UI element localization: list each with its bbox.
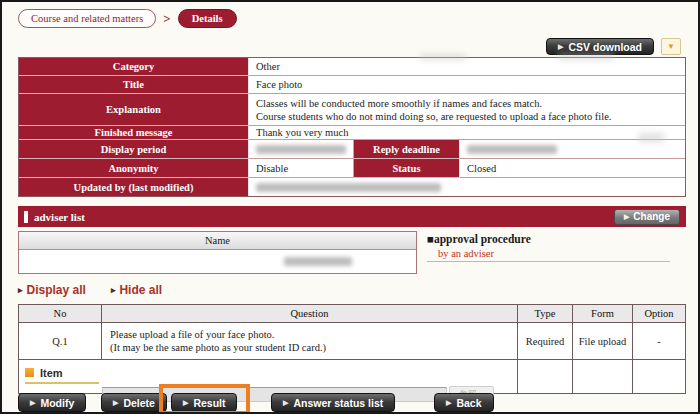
item-bullet-icon: [25, 368, 34, 377]
breadcrumb: Course and related matters > Details: [18, 9, 237, 28]
row-value-updated-by: [249, 178, 685, 196]
arrow-right-icon: ▶: [183, 399, 188, 407]
row-label-display-period: Display period: [19, 140, 249, 159]
change-button[interactable]: ▶ Change: [614, 209, 680, 225]
name-column-header: Name: [19, 232, 416, 250]
row-value-finished-message: Thank you very much: [249, 126, 685, 140]
csv-toolbar: ▶ CSV download ▼: [546, 38, 681, 55]
item-label: Item: [40, 367, 63, 379]
arrow-right-icon: ▶: [558, 43, 563, 51]
square-bullet-icon: ■: [427, 233, 434, 245]
adviser-name-row: [19, 250, 416, 273]
item-empty-type-cell: [518, 360, 573, 393]
section-tick-icon: [24, 211, 28, 223]
question-line-1: Please upload a file of your face photo.: [110, 328, 274, 341]
explanation-line-2: Course students who do not mind doing so…: [256, 110, 611, 123]
row-value-anonymity: Disable: [249, 159, 353, 178]
item-label-row: Item: [25, 367, 99, 384]
adviser-list-title: adviser list: [34, 211, 85, 223]
explanation-line-1: Classes will be conducted more smoothly …: [256, 97, 542, 110]
col-header-no: No: [19, 305, 102, 323]
chevron-down-icon: ▼: [667, 42, 675, 51]
question-line-2: (It may be the same photo as your studen…: [110, 341, 326, 354]
arrow-right-icon: ▶: [446, 399, 451, 407]
redaction-artifact: [420, 54, 466, 60]
delete-button[interactable]: ▶ Delete: [101, 393, 167, 412]
change-button-label: Change: [633, 211, 670, 222]
redacted-value: [256, 183, 441, 192]
row-value-reply-deadline: [460, 140, 685, 159]
display-all-link[interactable]: ▸ Display all: [18, 283, 86, 297]
hide-all-label: Hide all: [119, 283, 162, 297]
arrow-right-icon: ▶: [624, 213, 629, 221]
col-header-question: Question: [102, 305, 518, 323]
arrow-small-icon: ▸: [18, 285, 23, 295]
back-button-label: Back: [456, 397, 481, 409]
question-row-no: Q.1: [19, 323, 102, 360]
row-label-updated-by: Updated by (last modified): [19, 178, 249, 196]
question-table: No Question Type Form Option Q.1 Please …: [18, 304, 686, 394]
result-button-label: Result: [193, 397, 225, 409]
row-label-anonymity: Anonymity: [19, 159, 249, 178]
redacted-value: [256, 145, 346, 154]
redacted-value: [284, 257, 352, 266]
breadcrumb-parent[interactable]: Course and related matters: [18, 9, 156, 28]
hide-all-link[interactable]: ▸ Hide all: [111, 283, 162, 297]
arrow-small-icon: ▸: [111, 285, 116, 295]
details-table: Category Other Title Face photo Explanat…: [18, 57, 686, 197]
breadcrumb-separator-icon: >: [163, 11, 170, 27]
delete-button-label: Delete: [123, 397, 155, 409]
csv-download-label: CSV download: [569, 41, 643, 53]
arrow-right-icon: ▶: [30, 399, 35, 407]
row-value-category: Other: [249, 58, 685, 76]
row-value-display-period: [249, 140, 353, 159]
arrow-right-icon: ▶: [113, 399, 118, 407]
item-empty-option-cell: [633, 360, 685, 393]
page: Course and related matters > Details ▶ C…: [0, 0, 700, 414]
modify-button-label: Modify: [40, 397, 74, 409]
redaction-artifact: [558, 54, 614, 60]
adviser-name-table: Name: [18, 231, 417, 274]
approval-divider: [427, 261, 670, 262]
expand-links: ▸ Display all ▸ Hide all: [18, 283, 162, 297]
redaction-artifact: [638, 133, 664, 142]
row-label-category: Category: [19, 58, 249, 76]
row-label-finished-message: Finished message: [19, 126, 249, 140]
col-header-option: Option: [633, 305, 685, 323]
row-label-explanation: Explanation: [19, 94, 249, 126]
arrow-right-icon: ▶: [283, 399, 288, 407]
redacted-value: [467, 145, 557, 154]
adviser-list-header: adviser list ▶ Change: [18, 206, 686, 227]
approval-by-adviser: by an adviser: [438, 248, 531, 259]
result-button[interactable]: ▶ Result: [171, 393, 237, 412]
csv-download-button[interactable]: ▶ CSV download: [546, 38, 654, 55]
breadcrumb-current[interactable]: Details: [178, 9, 237, 28]
modify-button[interactable]: ▶ Modify: [18, 393, 86, 412]
row-label-title: Title: [19, 76, 249, 94]
approval-procedure: ■approval procedure by an adviser: [427, 233, 531, 259]
question-row-type: Required: [518, 323, 573, 360]
question-row-text: Please upload a file of your face photo.…: [102, 323, 518, 360]
item-empty-form-cell: [573, 360, 633, 393]
display-all-label: Display all: [27, 283, 86, 297]
approval-procedure-title: ■approval procedure: [427, 233, 531, 245]
question-row-option: -: [633, 323, 685, 360]
row-value-status: Closed: [460, 159, 685, 178]
answer-status-list-button-label: Answer status list: [293, 397, 383, 409]
question-row-form: File upload: [573, 323, 633, 360]
answer-status-list-button[interactable]: ▶ Answer status list: [271, 393, 395, 412]
col-header-type: Type: [518, 305, 573, 323]
row-label-status: Status: [353, 159, 460, 178]
approval-procedure-text: approval procedure: [434, 233, 531, 245]
row-value-title: Face photo: [249, 76, 685, 94]
back-button[interactable]: ▶ Back: [434, 393, 494, 412]
csv-dropdown-button[interactable]: ▼: [661, 38, 681, 55]
item-section: Item 参照...: [19, 360, 518, 393]
row-value-explanation: Classes will be conducted more smoothly …: [249, 94, 685, 126]
row-label-reply-deadline: Reply deadline: [353, 140, 460, 159]
col-header-form: Form: [573, 305, 633, 323]
